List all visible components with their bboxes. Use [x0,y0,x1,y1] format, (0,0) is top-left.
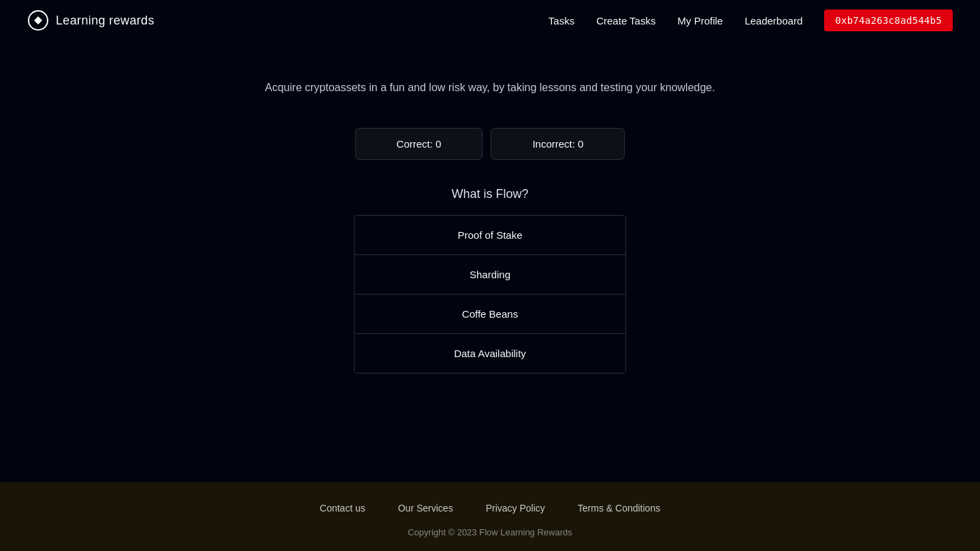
incorrect-score: Incorrect: 0 [491,128,625,160]
score-row: Correct: 0 Incorrect: 0 [355,128,625,160]
nav-my-profile[interactable]: My Profile [677,15,723,27]
logo-icon [27,10,49,31]
footer-links: Contact us Our Services Privacy Policy T… [14,503,966,514]
footer-copyright: Copyright © 2023 Flow Learning Rewards [14,527,966,537]
answer-option-3[interactable]: Coffe Beans [355,295,625,334]
logo-area: Learning rewards [27,10,154,31]
footer-our-services[interactable]: Our Services [398,503,453,514]
page-subtitle: Acquire cryptoassets in a fun and low ri… [265,82,715,94]
nav-tasks[interactable]: Tasks [549,15,574,27]
answer-option-1[interactable]: Proof of Stake [355,216,625,255]
main-content: Acquire cryptoassets in a fun and low ri… [0,41,980,482]
main-nav: Tasks Create Tasks My Profile Leaderboar… [549,10,953,31]
question-text: What is Flow? [451,187,528,201]
header: Learning rewards Tasks Create Tasks My P… [0,0,980,41]
footer-contact-us[interactable]: Contact us [320,503,365,514]
wallet-button[interactable]: 0xb74a263c8ad544b5 [824,10,953,31]
footer-privacy-policy[interactable]: Privacy Policy [486,503,545,514]
correct-score: Correct: 0 [355,128,483,160]
footer-terms-conditions[interactable]: Terms & Conditions [578,503,660,514]
nav-create-tasks[interactable]: Create Tasks [596,15,655,27]
answer-option-4[interactable]: Data Availability [355,334,625,373]
answers-container: Proof of Stake Sharding Coffe Beans Data… [354,215,626,373]
answer-option-2[interactable]: Sharding [355,255,625,295]
nav-leaderboard[interactable]: Leaderboard [745,15,802,27]
footer: Contact us Our Services Privacy Policy T… [0,482,980,551]
logo-text: Learning rewards [56,14,154,28]
